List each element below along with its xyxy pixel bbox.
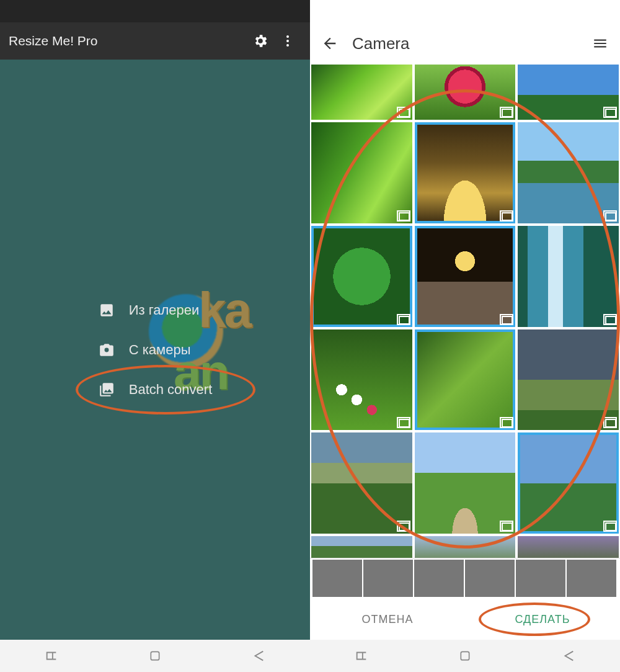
picker-app-bar: Camera	[310, 22, 620, 65]
stack-icon	[502, 522, 513, 531]
menu-from-camera[interactable]: С камеры	[92, 330, 219, 370]
nav-back[interactable]	[560, 648, 577, 664]
thumb-partial1[interactable]	[311, 536, 412, 558]
thumb-partial3[interactable]	[518, 536, 619, 558]
collections-icon	[98, 381, 115, 398]
screen-gallery-picker: Camera ОТМЕНА СДЕЛАТЬ	[310, 0, 620, 672]
cancel-button[interactable]: ОТМЕНА	[310, 601, 465, 638]
thumb-waterfall[interactable]	[518, 226, 619, 327]
menu-label: Из галереи	[129, 302, 200, 318]
strip-thumb[interactable]	[516, 560, 565, 597]
stack-icon	[399, 212, 410, 221]
svg-rect-4	[461, 652, 469, 660]
stack-icon	[605, 212, 616, 221]
do-button[interactable]: СДЕЛАТЬ	[465, 601, 620, 638]
thumbnail-grid[interactable]	[310, 65, 620, 558]
hamburger-icon	[592, 35, 608, 52]
thumb-bluesel[interactable]	[518, 432, 619, 534]
thumb-leaf[interactable]	[311, 226, 412, 327]
menu-batch-convert[interactable]: Batch convert	[92, 370, 219, 410]
home-icon	[459, 650, 471, 662]
camera-icon	[98, 341, 115, 359]
recent-icon	[45, 649, 58, 663]
stack-icon	[502, 109, 513, 117]
nav-recent[interactable]	[43, 648, 60, 664]
svg-point-2	[286, 44, 289, 47]
stack-icon	[399, 316, 410, 325]
stack-icon	[605, 522, 616, 531]
home-icon	[149, 650, 161, 662]
strip-thumb[interactable]	[363, 560, 413, 597]
thumb-moonrise[interactable]	[415, 226, 516, 327]
nav-home[interactable]	[147, 648, 163, 664]
thumb-grass-blades[interactable]	[311, 122, 412, 223]
thumb-lake-mtn[interactable]	[518, 122, 619, 223]
screen-resize-me: Resize Me! Pro ka an Из галереи	[0, 0, 310, 672]
stack-icon	[399, 109, 410, 117]
thumb-raspberry[interactable]	[415, 65, 516, 120]
strip-thumb[interactable]	[414, 560, 464, 597]
strip-thumb[interactable]	[312, 560, 362, 597]
thumb-flowers[interactable]	[311, 329, 412, 431]
stack-icon	[399, 419, 410, 428]
svg-point-0	[286, 35, 289, 38]
drawer-button[interactable]	[587, 30, 614, 57]
arrow-back-icon	[321, 35, 339, 52]
picker-title: Camera	[352, 34, 469, 53]
stack-icon	[605, 316, 616, 325]
thumb-storm[interactable]	[518, 329, 619, 431]
nav-recent[interactable]	[353, 648, 370, 664]
more-vert-icon	[280, 34, 295, 48]
recent-icon	[355, 649, 368, 663]
nav-back[interactable]	[250, 648, 267, 664]
selection-strip[interactable]	[310, 558, 620, 599]
app-bar: Resize Me! Pro	[0, 22, 310, 60]
gallery-area	[310, 65, 620, 558]
svg-point-1	[286, 40, 289, 42]
menu-from-gallery[interactable]: Из галереи	[92, 290, 219, 330]
action-bar: ОТМЕНА СДЕЛАТЬ	[310, 599, 620, 640]
stack-icon	[502, 419, 513, 428]
main-body: ka an Из галереи С камеры Bat	[0, 60, 310, 640]
status-bar	[0, 0, 310, 22]
stack-icon	[399, 522, 410, 531]
nav-bar	[310, 640, 620, 672]
svg-rect-3	[151, 652, 159, 660]
settings-button[interactable]	[247, 27, 274, 55]
back-button[interactable]	[316, 30, 343, 57]
menu-label: С камеры	[129, 342, 191, 358]
back-icon	[252, 649, 265, 663]
thumb-fern[interactable]	[415, 329, 516, 431]
overflow-button[interactable]	[274, 27, 301, 55]
stack-icon	[605, 419, 616, 428]
back-icon	[562, 649, 575, 663]
stack-icon	[605, 109, 616, 117]
app-title: Resize Me! Pro	[9, 34, 247, 48]
thumb-grass[interactable]	[311, 65, 412, 120]
thumb-sky-field[interactable]	[518, 65, 619, 120]
nav-bar	[0, 640, 310, 672]
strip-thumb[interactable]	[465, 560, 515, 597]
strip-thumb[interactable]	[567, 560, 616, 597]
image-icon	[98, 302, 115, 319]
gear-icon	[252, 33, 268, 49]
menu-label: Batch convert	[129, 382, 213, 398]
thumb-path[interactable]	[415, 432, 516, 534]
nav-home[interactable]	[457, 648, 473, 664]
thumb-valley[interactable]	[311, 432, 412, 534]
status-bar	[310, 0, 620, 22]
stack-icon	[502, 212, 513, 221]
stack-icon	[502, 316, 513, 325]
thumb-partial2[interactable]	[415, 536, 516, 558]
main-menu: Из галереи С камеры Batch convert	[92, 290, 219, 410]
thumb-autumn-road[interactable]	[415, 122, 516, 223]
